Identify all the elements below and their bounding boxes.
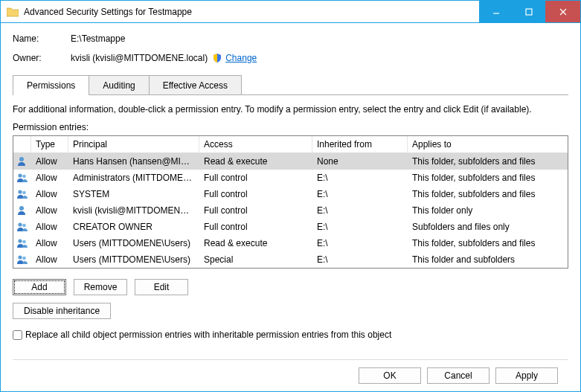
svg-point-6: [22, 175, 26, 179]
user-icon: [16, 156, 28, 167]
cell-inherited: E:\: [312, 187, 408, 201]
cell-inherited: E:\: [312, 253, 408, 266]
svg-point-11: [22, 224, 26, 228]
user-icon: [16, 205, 28, 216]
table-row[interactable]: AllowAdministrators (MITTDOMEN...Full co…: [13, 170, 568, 186]
svg-point-7: [18, 190, 22, 193]
svg-point-15: [22, 257, 26, 260]
close-button[interactable]: [545, 1, 580, 22]
name-label: Name:: [13, 33, 71, 44]
replace-checkbox[interactable]: [13, 330, 22, 340]
svg-point-10: [18, 222, 22, 226]
cell-inherited: None: [312, 155, 408, 168]
cell-principal: Hans Hansen (hansen@MITT...: [68, 155, 199, 168]
name-value: E:\Testmappe: [71, 33, 125, 44]
col-applies[interactable]: Applies to: [408, 136, 568, 152]
tab-auditing[interactable]: Auditing: [89, 75, 149, 95]
cell-applies: This folder only: [408, 204, 568, 217]
owner-row: Owner: kvisli (kvisli@MITTDOMENE.local) …: [13, 53, 568, 63]
users-icon: [16, 238, 28, 248]
cell-principal: Users (MITTDOMENE\Users): [68, 253, 199, 266]
cell-principal: kvisli (kvisli@MITTDOMENE.l...: [68, 204, 199, 217]
table-row[interactable]: AllowUsers (MITTDOMENE\Users)SpecialE:\T…: [13, 251, 568, 268]
cell-applies: This folder, subfolders and files: [408, 237, 568, 250]
cell-type: Allow: [31, 204, 68, 217]
cancel-button[interactable]: Cancel: [427, 367, 489, 384]
apply-button[interactable]: Apply: [495, 367, 558, 384]
col-access[interactable]: Access: [199, 136, 312, 152]
owner-value: kvisli (kvisli@MITTDOMENE.local): [71, 53, 208, 63]
disable-inheritance-button[interactable]: Disable inheritance: [13, 303, 111, 319]
svg-point-5: [18, 173, 22, 177]
window-controls: [479, 1, 580, 22]
permission-entries-label: Permission entries:: [13, 122, 568, 132]
cell-applies: This folder and subfolders: [408, 253, 568, 266]
maximize-button[interactable]: [512, 1, 545, 22]
svg-point-14: [18, 255, 22, 259]
entry-buttons: Add Remove Edit: [13, 279, 568, 295]
add-button[interactable]: Add: [13, 279, 66, 295]
table-row[interactable]: Allowkvisli (kvisli@MITTDOMENE.l...Full …: [13, 202, 568, 219]
folder-icon: [7, 7, 19, 17]
cell-type: Allow: [31, 253, 68, 266]
cell-principal: SYSTEM: [68, 187, 199, 201]
tab-permissions[interactable]: Permissions: [13, 75, 89, 95]
cell-access: Read & execute: [199, 155, 312, 168]
table-row[interactable]: AllowSYSTEMFull controlE:\This folder, s…: [13, 186, 568, 202]
titlebar: Advanced Security Settings for Testmappe: [1, 1, 580, 23]
cell-type: Allow: [31, 187, 68, 201]
cell-applies: Subfolders and files only: [408, 220, 568, 234]
col-icon[interactable]: [13, 136, 31, 152]
replace-checkbox-row: Replace all child object permission entr…: [13, 330, 568, 340]
content-area: Name: E:\Testmappe Owner: kvisli (kvisli…: [1, 23, 580, 391]
table-row[interactable]: AllowHans Hansen (hansen@MITT...Read & e…: [13, 153, 568, 170]
svg-point-8: [22, 191, 26, 195]
owner-label: Owner:: [13, 53, 71, 63]
security-settings-window: Advanced Security Settings for Testmappe…: [0, 0, 581, 392]
cell-access: Read & execute: [199, 237, 312, 250]
cell-type: Allow: [31, 155, 68, 168]
cell-principal: Administrators (MITTDOMEN...: [68, 171, 199, 184]
table-body: AllowHans Hansen (hansen@MITT...Read & e…: [13, 153, 568, 268]
cell-principal: CREATOR OWNER: [68, 220, 199, 234]
cell-inherited: E:\: [312, 237, 408, 250]
col-principal[interactable]: Principal: [68, 136, 199, 152]
table-row[interactable]: AllowUsers (MITTDOMENE\Users)Read & exec…: [13, 235, 568, 251]
remove-button[interactable]: Remove: [74, 279, 127, 295]
edit-button[interactable]: Edit: [135, 279, 188, 295]
change-owner-link[interactable]: Change: [225, 53, 257, 63]
tabs: Permissions Auditing Effective Access: [13, 75, 568, 95]
cell-inherited: E:\: [312, 220, 408, 234]
cell-type: Allow: [31, 171, 68, 184]
cell-applies: This folder, subfolders and files: [408, 155, 568, 168]
cell-access: Special: [199, 253, 312, 266]
users-icon: [16, 222, 28, 232]
col-inherited[interactable]: Inherited from: [312, 136, 408, 152]
svg-rect-1: [526, 9, 532, 15]
table-row[interactable]: AllowCREATOR OWNERFull controlE:\Subfold…: [13, 219, 568, 235]
cell-applies: This folder, subfolders and files: [408, 187, 568, 201]
ok-button[interactable]: OK: [359, 367, 421, 384]
cell-access: Full control: [199, 187, 312, 201]
svg-point-9: [19, 206, 24, 211]
cell-inherited: E:\: [312, 171, 408, 184]
col-type[interactable]: Type: [31, 136, 68, 152]
permissions-table: Type Principal Access Inherited from App…: [13, 135, 568, 269]
cell-inherited: E:\: [312, 204, 408, 217]
cell-access: Full control: [199, 204, 312, 217]
replace-checkbox-label: Replace all child object permission entr…: [25, 330, 391, 340]
cell-applies: This folder, subfolders and files: [408, 171, 568, 184]
name-row: Name: E:\Testmappe: [13, 33, 568, 44]
tab-effective-access[interactable]: Effective Access: [149, 75, 242, 95]
table-header: Type Principal Access Inherited from App…: [13, 136, 568, 153]
tab-underline: [13, 94, 568, 95]
cell-type: Allow: [31, 237, 68, 250]
users-icon: [16, 173, 28, 183]
shield-icon: [212, 53, 222, 63]
svg-point-12: [18, 239, 22, 242]
users-icon: [16, 254, 28, 265]
minimize-button[interactable]: [479, 1, 512, 22]
cell-access: Full control: [199, 171, 312, 184]
dialog-footer: OK Cancel Apply: [13, 359, 568, 391]
window-title: Advanced Security Settings for Testmappe: [24, 7, 479, 17]
